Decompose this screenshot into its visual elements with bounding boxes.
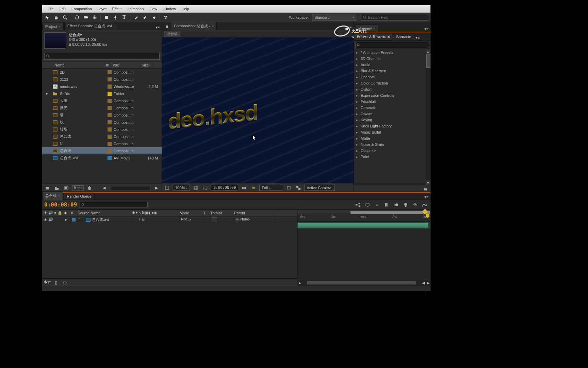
scroll-right-icon[interactable]: ▶: [153, 184, 160, 192]
brush-tool-icon[interactable]: [132, 14, 140, 21]
effects-category[interactable]: ▸Channel: [354, 74, 430, 80]
effects-category[interactable]: ▸3D Channel: [354, 56, 430, 62]
hand-tool-icon[interactable]: [52, 14, 60, 21]
effects-category[interactable]: ▸Knoll Light Factory: [354, 123, 430, 129]
panel-menu-icon[interactable]: ▾≡: [155, 25, 160, 30]
puppet-tool-icon[interactable]: [162, 14, 169, 21]
effects-category[interactable]: ▸Generate: [354, 105, 430, 111]
effects-search-box[interactable]: [355, 42, 429, 48]
label-swatch[interactable]: [108, 92, 112, 96]
tab-effect-controls[interactable]: Effect Controls: 总合成 .avi: [64, 22, 115, 30]
tab-character[interactable]: Characte: [393, 33, 414, 40]
menu-composition[interactable]: Composition: [68, 6, 95, 12]
toggle-inout-icon[interactable]: { }: [61, 279, 69, 286]
always-preview-icon[interactable]: [163, 184, 171, 191]
frame-blend-icon[interactable]: [383, 201, 390, 209]
label-swatch[interactable]: [108, 70, 112, 74]
panel-menu-icon[interactable]: ▾≡: [424, 194, 429, 200]
lock-icon[interactable]: [163, 22, 171, 30]
twirl-icon[interactable]: ▸: [356, 149, 359, 153]
effects-category[interactable]: ▸Jawset: [354, 111, 430, 117]
solo-icon[interactable]: ●: [54, 211, 56, 215]
project-row[interactable]: 线Composi...n: [42, 119, 162, 126]
new-bin-icon[interactable]: [422, 185, 429, 193]
comp-mini-flowchart-icon[interactable]: [354, 201, 362, 209]
effects-category[interactable]: ▸Distort: [354, 86, 430, 92]
effects-category[interactable]: ▸Paint: [354, 154, 430, 160]
menu-view[interactable]: View: [146, 6, 160, 12]
label-swatch[interactable]: [108, 120, 112, 124]
effects-category[interactable]: ▸Frischluft: [354, 98, 430, 105]
active-camera-dropdown[interactable]: Active Camera: [304, 185, 335, 191]
twirl-icon[interactable]: ▸: [356, 63, 359, 67]
effects-category[interactable]: ▸Noise & Grain: [354, 141, 430, 148]
layer-label[interactable]: [72, 218, 76, 221]
label-swatch[interactable]: [108, 142, 112, 146]
auto-keyframe-icon[interactable]: [411, 201, 419, 209]
twirl-icon[interactable]: ▸: [356, 75, 359, 79]
effects-category[interactable]: ▸Expression Controls: [354, 92, 430, 98]
viewer-timecode[interactable]: 0:00:08:09: [211, 185, 238, 190]
label-swatch[interactable]: [108, 113, 112, 117]
brainstorm-icon[interactable]: [402, 201, 409, 209]
label-swatch[interactable]: [108, 106, 112, 110]
panel-menu-icon[interactable]: ▾≡: [347, 25, 352, 30]
effects-category[interactable]: ▸Color Correction: [354, 80, 430, 86]
label-swatch[interactable]: [108, 127, 112, 132]
trkmat-col[interactable]: TrkMat: [210, 211, 234, 215]
project-search-input[interactable]: [51, 54, 158, 58]
twirl-icon[interactable]: ▸: [356, 112, 359, 116]
rectangle-tool-icon[interactable]: [103, 14, 110, 21]
twirl-icon[interactable]: ▸: [356, 69, 359, 73]
menu-effect[interactable]: Effect: [109, 6, 124, 12]
eraser-tool-icon[interactable]: [150, 14, 158, 21]
project-row[interactable]: 墙Composi...n: [42, 111, 162, 119]
project-row[interactable]: ▸SolidsFolder: [42, 90, 162, 97]
type-tool-icon[interactable]: T: [120, 14, 128, 21]
project-search-box[interactable]: [44, 53, 160, 60]
twirl-icon[interactable]: ▸: [356, 93, 359, 98]
twirl-icon[interactable]: ▸: [356, 50, 359, 55]
menu-layer[interactable]: Layer: [95, 6, 110, 12]
col-label[interactable]: [103, 63, 109, 67]
project-row[interactable]: 总合成 .aviAVI Movie140 M: [42, 154, 162, 162]
menu-help[interactable]: Help: [179, 6, 192, 12]
project-row[interactable]: 转场Composi...n: [42, 126, 162, 133]
roi-icon[interactable]: [285, 184, 293, 191]
draft3d-icon[interactable]: [364, 201, 371, 209]
new-folder-icon[interactable]: [53, 184, 61, 192]
toggle-modes-icon[interactable]: {}: [52, 279, 60, 286]
twirl-icon[interactable]: ▸: [356, 81, 359, 86]
workspace-dropdown[interactable]: Standard: [312, 14, 356, 21]
camera-tool-icon[interactable]: [82, 14, 89, 21]
composition-viewer[interactable]: deo.hxsd: [162, 38, 354, 183]
toggle-switches-icon[interactable]: �⇄: [44, 279, 51, 286]
tab-render-queue[interactable]: Render Queue: [64, 193, 94, 200]
close-icon[interactable]: ×: [58, 194, 60, 198]
pickwhip-icon[interactable]: ◎: [235, 217, 239, 222]
snapshot-icon[interactable]: [240, 184, 248, 191]
tab-composition[interactable]: Composition: 总合成 ×: [171, 22, 217, 30]
effects-scrollbar[interactable]: ▴ ▾: [426, 49, 430, 185]
search-help-input[interactable]: [368, 15, 427, 19]
interpret-footage-icon[interactable]: [44, 184, 51, 192]
project-row[interactable]: 3123Composi...n: [42, 76, 162, 83]
label-swatch[interactable]: [108, 77, 112, 81]
project-row[interactable]: 总合成Composi...n: [42, 133, 162, 140]
panel-menu-icon[interactable]: ▾≡: [424, 26, 429, 32]
project-row[interactable]: 大组Composi...n: [42, 97, 162, 104]
tab-project[interactable]: Project×: [42, 23, 64, 30]
twirl-icon[interactable]: ▸: [356, 118, 359, 122]
twirl-icon[interactable]: ▸: [356, 106, 359, 110]
resolution-dropdown[interactable]: Full: [259, 185, 283, 191]
speaker-icon[interactable]: 🔊: [48, 211, 53, 215]
eye-icon[interactable]: 👁: [44, 211, 47, 215]
col-size[interactable]: Size: [140, 63, 153, 67]
effects-list[interactable]: ▸* Animation Presets▸3D Channel▸Audio▸Bl…: [354, 49, 430, 185]
work-area-bar[interactable]: [350, 211, 430, 214]
effects-category[interactable]: ▸Audio: [354, 62, 430, 68]
twirl-icon[interactable]: ▸: [356, 99, 359, 104]
close-icon[interactable]: ×: [58, 25, 60, 29]
close-icon[interactable]: ×: [387, 35, 389, 39]
twirl-icon[interactable]: ▸: [356, 87, 359, 92]
